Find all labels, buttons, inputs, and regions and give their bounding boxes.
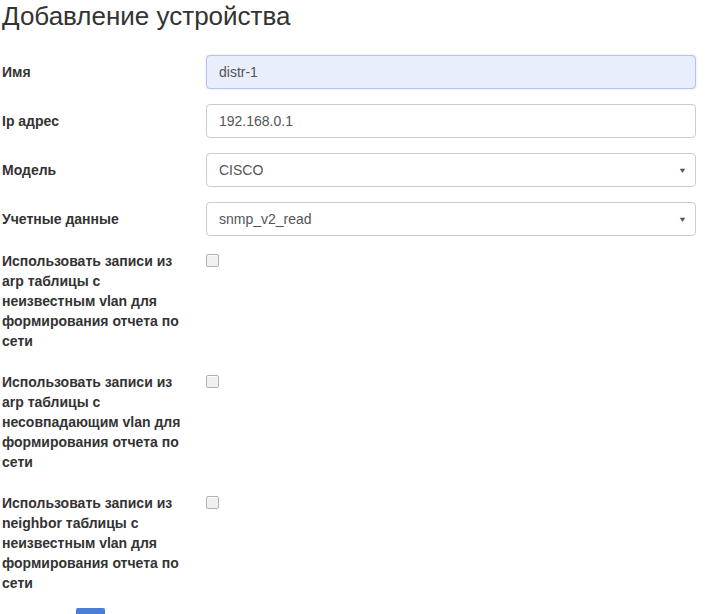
neighbor-unknown-vlan-checkbox[interactable] bbox=[206, 496, 219, 509]
form-row-neighbor-unknown-vlan: Использовать записи из neighbor таблицы … bbox=[0, 493, 706, 593]
credentials-select[interactable]: snmp_v2_read ▼ bbox=[206, 202, 696, 236]
model-select[interactable]: CISCO ▼ bbox=[206, 153, 696, 187]
neighbor-unknown-vlan-label: Использовать записи из neighbor таблицы … bbox=[0, 493, 206, 593]
chevron-down-icon: ▼ bbox=[678, 215, 687, 223]
chevron-down-icon: ▼ bbox=[678, 166, 687, 174]
form-row-arp-unknown-vlan: Использовать записи из arp таблицы с неи… bbox=[0, 251, 706, 351]
page-title: Добавление устройства bbox=[2, 0, 706, 32]
model-field-label: Модель bbox=[0, 153, 206, 180]
arp-unknown-vlan-label: Использовать записи из arp таблицы с неи… bbox=[0, 251, 206, 351]
arp-unknown-vlan-control bbox=[206, 251, 706, 271]
name-input[interactable] bbox=[206, 55, 696, 89]
submit-button-partial[interactable] bbox=[76, 608, 105, 614]
form-row-ip: Ip адрес bbox=[0, 104, 706, 138]
name-field-control bbox=[206, 55, 706, 89]
add-device-page: Добавление устройства Имя Ip адрес Модел… bbox=[0, 0, 706, 614]
model-select-value: CISCO bbox=[219, 162, 263, 178]
form-row-credentials: Учетные данные snmp_v2_read ▼ bbox=[0, 202, 706, 236]
ip-address-input[interactable] bbox=[206, 104, 696, 138]
arp-unknown-vlan-checkbox[interactable] bbox=[206, 254, 219, 267]
arp-mismatch-vlan-label: Использовать записи из arp таблицы с нес… bbox=[0, 372, 206, 472]
form-row-name: Имя bbox=[0, 55, 706, 89]
name-field-label: Имя bbox=[0, 55, 206, 82]
form-row-arp-mismatch-vlan: Использовать записи из arp таблицы с нес… bbox=[0, 372, 706, 472]
credentials-select-value: snmp_v2_read bbox=[219, 211, 312, 227]
credentials-field-control: snmp_v2_read ▼ bbox=[206, 202, 706, 236]
ip-field-control bbox=[206, 104, 706, 138]
ip-field-label: Ip адрес bbox=[0, 104, 206, 131]
model-field-control: CISCO ▼ bbox=[206, 153, 706, 187]
form-row-model: Модель CISCO ▼ bbox=[0, 153, 706, 187]
neighbor-unknown-vlan-control bbox=[206, 493, 706, 513]
arp-mismatch-vlan-control bbox=[206, 372, 706, 392]
credentials-field-label: Учетные данные bbox=[0, 202, 206, 229]
arp-mismatch-vlan-checkbox[interactable] bbox=[206, 375, 219, 388]
